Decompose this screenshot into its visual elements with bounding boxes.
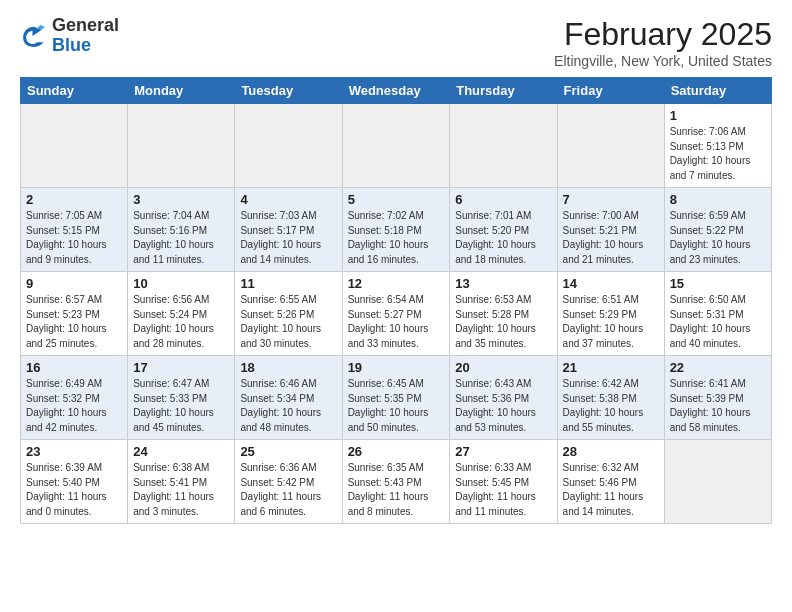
day-info: Sunrise: 6:42 AMSunset: 5:38 PMDaylight:…: [563, 377, 659, 435]
week-row: 16Sunrise: 6:49 AMSunset: 5:32 PMDayligh…: [21, 356, 772, 440]
day-info: Sunrise: 7:05 AMSunset: 5:15 PMDaylight:…: [26, 209, 122, 267]
day-number: 23: [26, 444, 122, 459]
logo: General Blue: [20, 16, 119, 56]
day-cell: 25Sunrise: 6:36 AMSunset: 5:42 PMDayligh…: [235, 440, 342, 524]
day-number: 5: [348, 192, 445, 207]
weekday-header: Thursday: [450, 78, 557, 104]
logo-blue: Blue: [52, 35, 91, 55]
day-cell: 13Sunrise: 6:53 AMSunset: 5:28 PMDayligh…: [450, 272, 557, 356]
weekday-header: Friday: [557, 78, 664, 104]
day-info: Sunrise: 6:46 AMSunset: 5:34 PMDaylight:…: [240, 377, 336, 435]
day-cell: 2Sunrise: 7:05 AMSunset: 5:15 PMDaylight…: [21, 188, 128, 272]
day-info: Sunrise: 6:33 AMSunset: 5:45 PMDaylight:…: [455, 461, 551, 519]
day-number: 13: [455, 276, 551, 291]
day-info: Sunrise: 6:43 AMSunset: 5:36 PMDaylight:…: [455, 377, 551, 435]
day-cell: [21, 104, 128, 188]
day-cell: 11Sunrise: 6:55 AMSunset: 5:26 PMDayligh…: [235, 272, 342, 356]
day-cell: [235, 104, 342, 188]
day-cell: 19Sunrise: 6:45 AMSunset: 5:35 PMDayligh…: [342, 356, 450, 440]
day-number: 21: [563, 360, 659, 375]
day-info: Sunrise: 7:01 AMSunset: 5:20 PMDaylight:…: [455, 209, 551, 267]
day-cell: 4Sunrise: 7:03 AMSunset: 5:17 PMDaylight…: [235, 188, 342, 272]
day-number: 1: [670, 108, 766, 123]
day-cell: 9Sunrise: 6:57 AMSunset: 5:23 PMDaylight…: [21, 272, 128, 356]
day-info: Sunrise: 7:03 AMSunset: 5:17 PMDaylight:…: [240, 209, 336, 267]
logo-icon: [20, 22, 48, 50]
title-block: February 2025 Eltingville, New York, Uni…: [554, 16, 772, 69]
day-number: 14: [563, 276, 659, 291]
day-cell: 7Sunrise: 7:00 AMSunset: 5:21 PMDaylight…: [557, 188, 664, 272]
day-cell: 24Sunrise: 6:38 AMSunset: 5:41 PMDayligh…: [128, 440, 235, 524]
day-info: Sunrise: 6:41 AMSunset: 5:39 PMDaylight:…: [670, 377, 766, 435]
week-row: 23Sunrise: 6:39 AMSunset: 5:40 PMDayligh…: [21, 440, 772, 524]
day-info: Sunrise: 6:50 AMSunset: 5:31 PMDaylight:…: [670, 293, 766, 351]
day-number: 18: [240, 360, 336, 375]
weekday-header: Tuesday: [235, 78, 342, 104]
logo-general: General: [52, 15, 119, 35]
weekday-header-row: SundayMondayTuesdayWednesdayThursdayFrid…: [21, 78, 772, 104]
day-info: Sunrise: 7:06 AMSunset: 5:13 PMDaylight:…: [670, 125, 766, 183]
day-cell: 1Sunrise: 7:06 AMSunset: 5:13 PMDaylight…: [664, 104, 771, 188]
day-cell: [342, 104, 450, 188]
location: Eltingville, New York, United States: [554, 53, 772, 69]
day-cell: 12Sunrise: 6:54 AMSunset: 5:27 PMDayligh…: [342, 272, 450, 356]
week-row: 9Sunrise: 6:57 AMSunset: 5:23 PMDaylight…: [21, 272, 772, 356]
day-number: 9: [26, 276, 122, 291]
day-number: 10: [133, 276, 229, 291]
day-info: Sunrise: 6:38 AMSunset: 5:41 PMDaylight:…: [133, 461, 229, 519]
day-number: 11: [240, 276, 336, 291]
day-info: Sunrise: 6:47 AMSunset: 5:33 PMDaylight:…: [133, 377, 229, 435]
day-info: Sunrise: 6:45 AMSunset: 5:35 PMDaylight:…: [348, 377, 445, 435]
day-cell: 16Sunrise: 6:49 AMSunset: 5:32 PMDayligh…: [21, 356, 128, 440]
day-cell: 5Sunrise: 7:02 AMSunset: 5:18 PMDaylight…: [342, 188, 450, 272]
day-cell: [450, 104, 557, 188]
weekday-header: Monday: [128, 78, 235, 104]
day-number: 16: [26, 360, 122, 375]
header: General Blue February 2025 Eltingville, …: [20, 16, 772, 69]
weekday-header: Wednesday: [342, 78, 450, 104]
day-number: 25: [240, 444, 336, 459]
day-cell: 27Sunrise: 6:33 AMSunset: 5:45 PMDayligh…: [450, 440, 557, 524]
day-cell: 15Sunrise: 6:50 AMSunset: 5:31 PMDayligh…: [664, 272, 771, 356]
day-number: 6: [455, 192, 551, 207]
week-row: 1Sunrise: 7:06 AMSunset: 5:13 PMDaylight…: [21, 104, 772, 188]
weekday-header: Saturday: [664, 78, 771, 104]
day-info: Sunrise: 6:56 AMSunset: 5:24 PMDaylight:…: [133, 293, 229, 351]
day-number: 12: [348, 276, 445, 291]
day-cell: 22Sunrise: 6:41 AMSunset: 5:39 PMDayligh…: [664, 356, 771, 440]
day-number: 28: [563, 444, 659, 459]
day-info: Sunrise: 6:57 AMSunset: 5:23 PMDaylight:…: [26, 293, 122, 351]
day-info: Sunrise: 7:04 AMSunset: 5:16 PMDaylight:…: [133, 209, 229, 267]
day-cell: 6Sunrise: 7:01 AMSunset: 5:20 PMDaylight…: [450, 188, 557, 272]
day-number: 4: [240, 192, 336, 207]
day-cell: 20Sunrise: 6:43 AMSunset: 5:36 PMDayligh…: [450, 356, 557, 440]
day-cell: [128, 104, 235, 188]
day-cell: 26Sunrise: 6:35 AMSunset: 5:43 PMDayligh…: [342, 440, 450, 524]
day-info: Sunrise: 7:02 AMSunset: 5:18 PMDaylight:…: [348, 209, 445, 267]
day-number: 7: [563, 192, 659, 207]
day-info: Sunrise: 6:49 AMSunset: 5:32 PMDaylight:…: [26, 377, 122, 435]
day-number: 2: [26, 192, 122, 207]
calendar: SundayMondayTuesdayWednesdayThursdayFrid…: [20, 77, 772, 524]
day-info: Sunrise: 6:59 AMSunset: 5:22 PMDaylight:…: [670, 209, 766, 267]
day-cell: 8Sunrise: 6:59 AMSunset: 5:22 PMDaylight…: [664, 188, 771, 272]
day-number: 20: [455, 360, 551, 375]
day-cell: 3Sunrise: 7:04 AMSunset: 5:16 PMDaylight…: [128, 188, 235, 272]
day-cell: [557, 104, 664, 188]
day-info: Sunrise: 6:51 AMSunset: 5:29 PMDaylight:…: [563, 293, 659, 351]
day-cell: 10Sunrise: 6:56 AMSunset: 5:24 PMDayligh…: [128, 272, 235, 356]
day-number: 8: [670, 192, 766, 207]
day-number: 22: [670, 360, 766, 375]
week-row: 2Sunrise: 7:05 AMSunset: 5:15 PMDaylight…: [21, 188, 772, 272]
day-number: 27: [455, 444, 551, 459]
day-info: Sunrise: 6:39 AMSunset: 5:40 PMDaylight:…: [26, 461, 122, 519]
day-cell: 23Sunrise: 6:39 AMSunset: 5:40 PMDayligh…: [21, 440, 128, 524]
day-info: Sunrise: 6:53 AMSunset: 5:28 PMDaylight:…: [455, 293, 551, 351]
day-info: Sunrise: 6:55 AMSunset: 5:26 PMDaylight:…: [240, 293, 336, 351]
day-cell: 28Sunrise: 6:32 AMSunset: 5:46 PMDayligh…: [557, 440, 664, 524]
day-number: 15: [670, 276, 766, 291]
day-cell: [664, 440, 771, 524]
day-number: 17: [133, 360, 229, 375]
day-info: Sunrise: 6:35 AMSunset: 5:43 PMDaylight:…: [348, 461, 445, 519]
page: General Blue February 2025 Eltingville, …: [0, 0, 792, 540]
